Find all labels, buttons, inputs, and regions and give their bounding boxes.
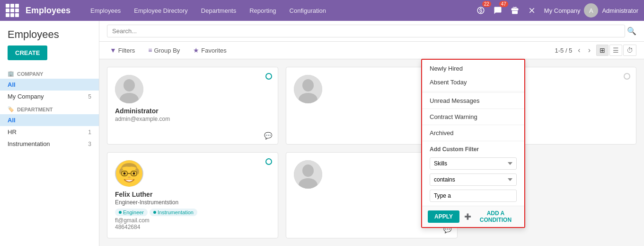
filter-actions: APPLY ➕ ADD A CONDITION bbox=[422, 206, 524, 227]
activity-icon-btn[interactable]: 22 bbox=[474, 4, 487, 17]
department-icon: 🏷️ bbox=[8, 106, 14, 112]
nav-employee-directory[interactable]: Employee Directory bbox=[127, 0, 194, 21]
list-view-button[interactable]: ☰ bbox=[609, 45, 622, 56]
filters-button[interactable]: ▼ Filters bbox=[107, 45, 138, 55]
svg-point-28 bbox=[302, 164, 314, 177]
search-input[interactable] bbox=[107, 25, 625, 37]
filter-predefined-section: Newly Hired Absent Today bbox=[422, 60, 524, 91]
svg-point-25 bbox=[133, 173, 135, 175]
filter-unread-messages[interactable]: Unread Messages bbox=[422, 94, 524, 108]
tag-dot-2 bbox=[153, 211, 156, 214]
nav-configuration[interactable]: Configuration bbox=[283, 0, 333, 21]
nav-departments[interactable]: Departments bbox=[194, 0, 243, 21]
hr-count: 1 bbox=[88, 129, 91, 136]
emp-tags-4: Engineer Instrumentation bbox=[115, 209, 197, 216]
sidebar-dept-all[interactable]: All bbox=[0, 114, 99, 126]
avatar-5 bbox=[294, 160, 322, 189]
apply-filter-button[interactable]: APPLY bbox=[428, 210, 459, 223]
emp-email-4: fl@gmail.com bbox=[115, 217, 150, 224]
filter-contract-warning[interactable]: Contract Warning bbox=[422, 110, 524, 124]
search-toolbar: 🔍 bbox=[99, 21, 644, 42]
plus-icon: ➕ bbox=[464, 213, 471, 220]
company-label[interactable]: My Company bbox=[544, 7, 581, 14]
activity-view-button[interactable]: ⏱ bbox=[623, 45, 636, 56]
sidebar-dept-instrumentation[interactable]: Instrumentation 3 bbox=[0, 138, 99, 150]
employee-card-administrator[interactable]: Administrator admin@example.com 💬 bbox=[107, 67, 278, 145]
avatar-2 bbox=[294, 75, 322, 103]
sidebar-company-mycompany[interactable]: My Company 5 bbox=[0, 91, 99, 102]
sidebar-title: Employees bbox=[0, 26, 99, 46]
custom-filter-value-input[interactable] bbox=[430, 190, 517, 202]
apps-grid-icon[interactable] bbox=[6, 4, 19, 17]
add-condition-button[interactable]: ➕ ADD A CONDITION bbox=[464, 210, 519, 223]
tag-engineer: Engineer bbox=[115, 209, 148, 216]
search-button[interactable]: 🔍 bbox=[627, 27, 636, 36]
favorites-button[interactable]: ★ Favorites bbox=[190, 45, 229, 55]
company-count: 5 bbox=[88, 93, 91, 100]
view-buttons: ⊞ ☰ ⏱ bbox=[596, 45, 636, 56]
status-badge-4 bbox=[265, 158, 272, 165]
company-icon: 🏢 bbox=[8, 71, 14, 77]
department-section-label: 🏷️ DEPARTMENT bbox=[0, 102, 99, 114]
custom-filter-field-select[interactable]: Skills bbox=[430, 157, 517, 170]
status-badge-1 bbox=[265, 73, 272, 80]
emp-title-4: Engineer-Instrumentstion bbox=[115, 199, 178, 206]
filter-dropdown: Newly Hired Absent Today Unread Messages… bbox=[421, 59, 525, 228]
nav-reporting[interactable]: Reporting bbox=[243, 0, 282, 21]
svg-point-1 bbox=[124, 79, 135, 91]
tag-instrumentation: Instrumentation bbox=[150, 209, 197, 216]
filter-newly-hired[interactable]: Newly Hired bbox=[422, 62, 524, 75]
user-avatar[interactable]: A bbox=[584, 3, 598, 18]
sidebar: Employees CREATE 🏢 COMPANY All My Compan… bbox=[0, 21, 99, 246]
custom-filter-label: Add Custom Filter bbox=[422, 142, 524, 155]
chat-icon-1: 💬 bbox=[264, 132, 272, 139]
groupby-button[interactable]: ≡ Group By bbox=[145, 45, 183, 55]
avatar-1 bbox=[115, 75, 143, 103]
create-button[interactable]: CREATE bbox=[8, 46, 47, 60]
emp-name-1: Administrator bbox=[115, 107, 159, 115]
page-body: Employees CREATE 🏢 COMPANY All My Compan… bbox=[0, 21, 644, 246]
messages-badge: 47 bbox=[499, 1, 508, 7]
activity-badge: 22 bbox=[482, 1, 491, 7]
status-badge-3 bbox=[624, 73, 630, 80]
topnav-right: 22 47 My Company A Administrator bbox=[474, 3, 638, 18]
sidebar-dept-hr[interactable]: HR 1 bbox=[0, 126, 99, 138]
pagination-text: 1-5 / 5 bbox=[555, 47, 572, 54]
topnav-menu: Employees Employee Directory Departments… bbox=[84, 0, 474, 21]
custom-filter-operator-select[interactable]: contains bbox=[430, 173, 517, 186]
sidebar-company-all[interactable]: All bbox=[0, 79, 99, 91]
pagination-area: 1-5 / 5 ‹ › ⊞ ☰ ⏱ bbox=[555, 45, 636, 56]
svg-point-26 bbox=[128, 176, 131, 178]
nav-employees[interactable]: Employees bbox=[84, 0, 127, 21]
filter-archived[interactable]: Archived bbox=[422, 126, 524, 140]
gift-icon-btn[interactable] bbox=[508, 4, 521, 17]
svg-point-24 bbox=[124, 173, 126, 175]
instrumentation-count: 3 bbox=[88, 141, 91, 147]
avatar-4 bbox=[115, 160, 143, 187]
filter-absent-today[interactable]: Absent Today bbox=[422, 75, 524, 89]
emp-name-4: Felix Luther bbox=[115, 191, 152, 198]
emp-email-1: admin@example.com bbox=[115, 116, 170, 122]
next-page-button[interactable]: › bbox=[586, 45, 592, 55]
admin-label[interactable]: Administrator bbox=[602, 7, 638, 14]
main-content: 🔍 ▼ Filters ≡ Group By ★ Favorites 1-5 /… bbox=[99, 21, 644, 246]
employee-card-felix-luther[interactable]: Felix Luther Engineer-Instrumentstion En… bbox=[107, 152, 278, 238]
company-section-label: 🏢 COMPANY bbox=[0, 67, 99, 79]
close-icon-btn[interactable] bbox=[525, 4, 538, 17]
tag-dot-1 bbox=[119, 211, 122, 214]
topnav: Employees Employees Employee Directory D… bbox=[0, 0, 644, 21]
svg-point-4 bbox=[302, 79, 314, 91]
employees-cards: Administrator admin@example.com 💬 bbox=[99, 59, 644, 246]
kanban-view-button[interactable]: ⊞ bbox=[596, 45, 609, 56]
prev-page-button[interactable]: ‹ bbox=[576, 45, 582, 55]
emp-phone-4: 48642684 bbox=[115, 224, 140, 230]
filter-icon: ▼ bbox=[110, 46, 116, 54]
star-icon: ★ bbox=[193, 46, 199, 54]
filter-bar: ▼ Filters ≡ Group By ★ Favorites 1-5 / 5… bbox=[99, 42, 644, 59]
messages-icon-btn[interactable]: 47 bbox=[491, 4, 504, 17]
groupby-icon: ≡ bbox=[148, 46, 152, 54]
app-logo: Employees bbox=[26, 6, 71, 16]
